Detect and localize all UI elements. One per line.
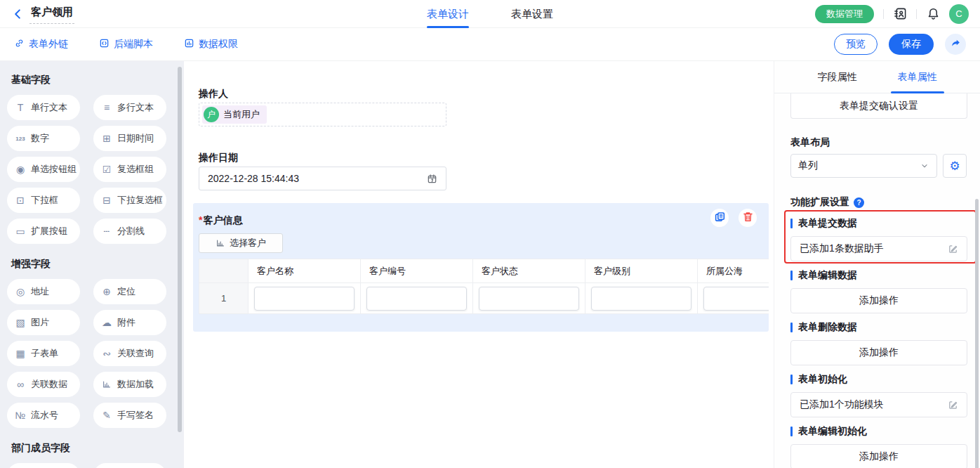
preview-button[interactable]: 预览	[834, 34, 878, 55]
field-pill-address[interactable]: ◎地址	[7, 279, 80, 304]
field-pill-signature[interactable]: ✎手写签名	[93, 403, 166, 428]
pill-label: 地址	[31, 285, 49, 298]
date-field-row[interactable]: 操作日期 2022-12-28 15:44:43	[193, 139, 769, 203]
copy-subform-button[interactable]	[710, 209, 729, 227]
section-title-member-fields: 部门成员字段	[11, 441, 184, 455]
table-header-row: 客户名称 客户编号 客户状态 客户级别 所属公海	[199, 259, 769, 283]
field-pill-link-data[interactable]: ∞关联数据	[7, 372, 80, 397]
sidebar-scrollbar[interactable]	[178, 67, 182, 432]
pill-label: 复选框组	[117, 163, 154, 176]
field-pill-expand-button[interactable]: ▭扩展按钮	[7, 219, 80, 244]
submit-confirm-settings-button[interactable]: 表单提交确认设置	[790, 93, 967, 119]
trash-icon	[742, 211, 754, 225]
backend-script-icon	[99, 38, 110, 51]
notification-bell-icon[interactable]	[926, 7, 940, 21]
pill-label: 子表单	[31, 347, 58, 360]
form-canvas[interactable]: 操作人 户 当前用户 操作日期 2022-12-28 15:44:43 *客户信…	[184, 61, 774, 468]
contacts-icon[interactable]	[893, 7, 907, 21]
help-question-icon[interactable]: ?	[854, 197, 864, 208]
data-manage-button[interactable]: 数据管理	[815, 5, 874, 23]
field-pill-number[interactable]: 123数字	[7, 126, 80, 151]
customer-status-input[interactable]	[479, 287, 579, 311]
field-pill-serial-number[interactable]: №流水号	[7, 403, 80, 428]
tab-form-design[interactable]: 表单设计	[427, 0, 469, 28]
section-value-text: 已添加1条数据助手	[800, 242, 884, 255]
section-form-delete-data: 表单删除数据 添加操作	[790, 322, 967, 365]
tab-field-properties[interactable]: 字段属性	[818, 61, 857, 93]
edit-icon[interactable]	[948, 244, 958, 254]
form-submit-data-value[interactable]: 已添加1条数据助手	[790, 236, 967, 261]
field-library-sidebar: 基础字段 T单行文本 ≡多行文本 123数字 ⊞日期时间 ◉单选按钮组 ☑复选框…	[0, 61, 184, 468]
tab-form-settings[interactable]: 表单设置	[511, 0, 553, 28]
data-permission-label: 数据权限	[199, 38, 238, 51]
number-icon: 123	[15, 136, 26, 142]
field-pill-location[interactable]: ⊕定位	[93, 279, 166, 304]
delete-subform-button[interactable]	[739, 209, 757, 227]
field-pill-data-load[interactable]: 数据加载	[93, 372, 166, 397]
field-pill-radio-group[interactable]: ◉单选按钮组	[7, 157, 80, 182]
divider	[916, 9, 917, 19]
form-init-value[interactable]: 已添加1个功能模块	[790, 392, 967, 417]
multiselect-icon: ⊟	[101, 195, 112, 206]
add-action-button[interactable]: 添加操作	[790, 444, 967, 468]
backend-script-button[interactable]: 后端脚本	[99, 38, 153, 51]
operator-field-input[interactable]: 户 当前用户	[199, 103, 446, 126]
panel-scrollbar[interactable]	[975, 199, 979, 468]
customer-code-input[interactable]	[366, 287, 467, 311]
section-bar	[790, 427, 793, 436]
field-pill[interactable]: ◯	[93, 463, 166, 468]
section-bar	[790, 323, 793, 332]
section-form-edit-init: 表单编辑初始化 添加操作	[790, 426, 967, 468]
chevron-down-icon	[920, 161, 929, 171]
table-row: 1	[199, 283, 769, 314]
add-action-button[interactable]: 添加操作	[790, 340, 967, 365]
enhanced-fields-grid: ◎地址 ⊕定位 ▧图片 ☁附件 ▦子表单 ∾关联查询 ∞关联数据 数据加载 №流…	[7, 279, 184, 428]
data-permission-button[interactable]: 数据权限	[184, 38, 238, 51]
expand-button-icon: ▭	[15, 226, 26, 237]
app-header: 客户领用 表单设计 表单设置 数据管理 C	[0, 0, 980, 28]
table-cell	[249, 283, 361, 314]
field-pill-select[interactable]: ⊡下拉框	[7, 188, 80, 213]
pill-label: 下拉框	[31, 194, 58, 207]
section-bar	[790, 271, 793, 280]
customer-subform[interactable]: *客户信息 选择客户 客户名称 客户编号 客户状态 客户级别	[193, 203, 769, 332]
field-pill-link-query[interactable]: ∾关联查询	[93, 341, 166, 366]
datetime-icon: ⊞	[101, 133, 112, 144]
form-layout-label: 表单布局	[790, 135, 967, 149]
back-icon[interactable]	[11, 8, 24, 20]
pill-label: 数据加载	[117, 378, 154, 391]
operator-field-row[interactable]: 操作人 户 当前用户	[193, 75, 769, 139]
row-index: 1	[199, 283, 249, 314]
field-pill-single-line-text[interactable]: T单行文本	[7, 95, 80, 120]
customer-pool-input[interactable]	[703, 287, 769, 311]
field-pill-image[interactable]: ▧图片	[7, 310, 80, 335]
external-link-button[interactable]: 表单外链	[14, 38, 68, 51]
field-pill-attachment[interactable]: ☁附件	[93, 310, 166, 335]
field-pill[interactable]: ◯	[7, 463, 80, 468]
date-field-input[interactable]: 2022-12-28 15:44:43	[199, 167, 446, 190]
layout-settings-button[interactable]: ⚙	[943, 154, 967, 178]
panel-tabs: 字段属性 表单属性	[774, 61, 980, 93]
data-permission-icon	[184, 38, 194, 51]
select-customer-button[interactable]: 选择客户	[199, 233, 283, 253]
current-user-tag: 户 当前用户	[202, 105, 267, 124]
tab-form-properties[interactable]: 表单属性	[898, 61, 937, 93]
index-header	[199, 259, 249, 283]
field-pill-datetime[interactable]: ⊞日期时间	[93, 126, 166, 151]
field-pill-divider[interactable]: ┄分割线	[93, 219, 166, 244]
section-form-edit-data: 表单编辑数据 添加操作	[790, 270, 967, 313]
share-button[interactable]	[945, 34, 966, 55]
customer-name-input[interactable]	[254, 287, 355, 311]
page-title[interactable]: 客户领用	[29, 4, 74, 24]
form-layout-select[interactable]: 单列	[790, 154, 937, 178]
field-pill-checkbox-group[interactable]: ☑复选框组	[93, 157, 166, 182]
field-pill-subform[interactable]: ▦子表单	[7, 341, 80, 366]
customer-level-input[interactable]	[591, 287, 691, 311]
save-button[interactable]: 保存	[889, 34, 934, 55]
field-pill-multiselect[interactable]: ⊟下拉复选框	[93, 188, 166, 213]
field-pill-multi-line-text[interactable]: ≡多行文本	[93, 95, 166, 120]
divider-icon: ┄	[101, 226, 112, 237]
user-avatar[interactable]: C	[949, 4, 969, 24]
edit-icon[interactable]	[948, 400, 958, 410]
add-action-button[interactable]: 添加操作	[790, 288, 967, 313]
